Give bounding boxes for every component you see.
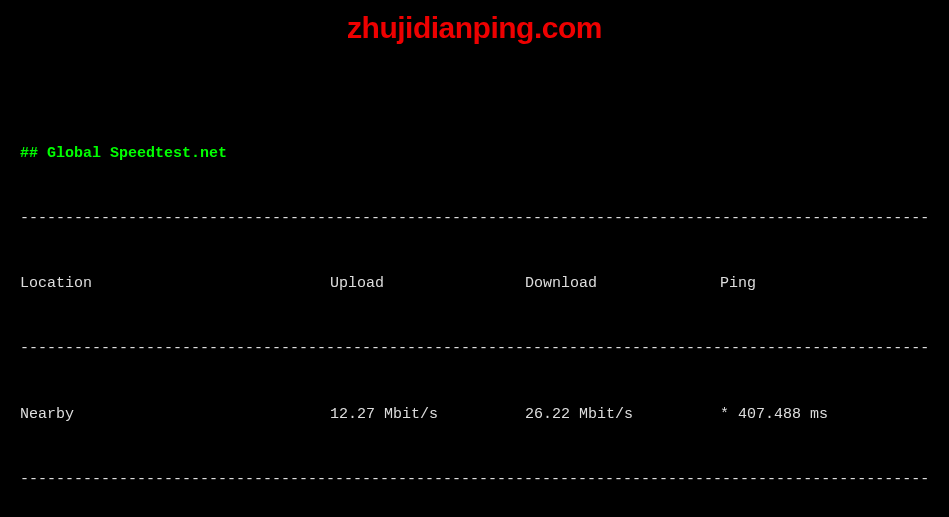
nearby-location: Nearby bbox=[20, 404, 330, 426]
divider-line: ----------------------------------------… bbox=[20, 469, 929, 491]
nearby-row: Nearby 12.27 Mbit/s 26.22 Mbit/s * 407.4… bbox=[20, 404, 929, 426]
terminal-title: ## Global Speedtest.net bbox=[20, 143, 929, 165]
header-download: Download bbox=[525, 273, 720, 295]
nearby-ping: * 407.488 ms bbox=[720, 404, 929, 426]
nearby-upload: 12.27 Mbit/s bbox=[330, 404, 525, 426]
divider-line: ----------------------------------------… bbox=[20, 338, 929, 360]
header-location: Location bbox=[20, 273, 330, 295]
table-header-row: Location Upload Download Ping bbox=[20, 273, 929, 295]
divider-line: ----------------------------------------… bbox=[20, 208, 929, 230]
header-upload: Upload bbox=[330, 273, 525, 295]
watermark-text: zhujidianping.com bbox=[347, 6, 602, 50]
nearby-download: 26.22 Mbit/s bbox=[525, 404, 720, 426]
header-ping: Ping bbox=[720, 273, 929, 295]
